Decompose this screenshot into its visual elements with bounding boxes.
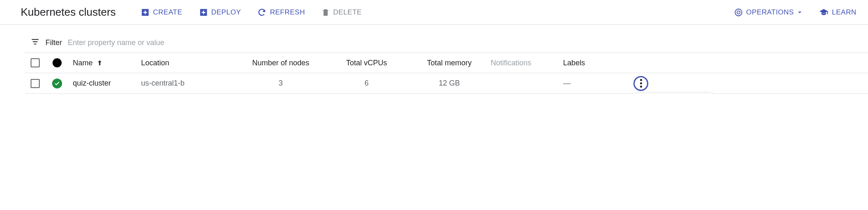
trash-icon [321, 8, 330, 17]
filter-input[interactable] [68, 38, 233, 47]
row-actions-menu: Edit Connect Delete [633, 93, 712, 94]
status-ok-icon [52, 79, 62, 88]
column-header-memory[interactable]: Total memory [408, 59, 491, 67]
column-header-labels[interactable]: Labels [563, 59, 633, 67]
cell-vcpus: 6 [325, 79, 408, 88]
create-label: CREATE [153, 8, 182, 17]
column-header-notifications[interactable]: Notifications [491, 59, 563, 67]
select-all-checkbox[interactable] [31, 58, 40, 67]
column-header-vcpus[interactable]: Total vCPUs [325, 59, 408, 67]
target-icon [734, 8, 743, 17]
delete-label: DELETE [333, 8, 362, 17]
page-header: Kubernetes clusters CREATE DEPLOY REFRES… [0, 0, 868, 25]
column-header-nodes[interactable]: Number of nodes [236, 59, 325, 67]
page-title: Kubernetes clusters [21, 6, 116, 19]
row-checkbox[interactable] [31, 79, 40, 88]
learn-label: LEARN [832, 8, 856, 17]
delete-button[interactable]: DELETE [321, 8, 362, 17]
cell-labels: — [563, 79, 633, 88]
svg-point-2 [735, 9, 742, 16]
cell-location: us-central1-b [141, 79, 236, 88]
clusters-table: Name Location Number of nodes Total vCPU… [25, 52, 868, 94]
plus-box-icon [199, 8, 208, 17]
refresh-label: REFRESH [270, 8, 305, 17]
right-actions: OPERATIONS LEARN [734, 8, 856, 17]
sort-ascending-icon [96, 59, 103, 67]
filter-icon [31, 37, 40, 48]
content-area: Filter Name Location Number of nodes Tot… [0, 25, 868, 94]
cell-name[interactable]: quiz-cluster [69, 79, 141, 88]
cell-memory: 12 GB [408, 79, 491, 88]
table-row[interactable]: quiz-cluster us-central1-b 3 6 12 GB — [25, 73, 868, 94]
column-header-name[interactable]: Name [69, 59, 141, 67]
graduation-cap-icon [819, 8, 829, 17]
column-header-location[interactable]: Location [141, 59, 236, 67]
plus-box-icon [141, 8, 150, 17]
row-actions-menu-button[interactable] [633, 76, 648, 91]
svg-point-3 [737, 11, 740, 14]
refresh-icon [257, 8, 266, 17]
deploy-button[interactable]: DEPLOY [199, 8, 241, 17]
cell-nodes: 3 [236, 79, 325, 88]
toolbar: CREATE DEPLOY REFRESH DELETE [141, 8, 734, 17]
status-column-icon [53, 58, 62, 67]
operations-label: OPERATIONS [746, 8, 794, 17]
deploy-label: DEPLOY [211, 8, 241, 17]
chevron-down-icon [797, 10, 802, 15]
filter-label: Filter [46, 38, 62, 47]
table-header-row: Name Location Number of nodes Total vCPU… [25, 52, 868, 73]
filter-bar: Filter [25, 33, 868, 52]
refresh-button[interactable]: REFRESH [257, 8, 305, 17]
operations-button[interactable]: OPERATIONS [734, 8, 802, 17]
learn-button[interactable]: LEARN [819, 8, 856, 17]
create-button[interactable]: CREATE [141, 8, 182, 17]
